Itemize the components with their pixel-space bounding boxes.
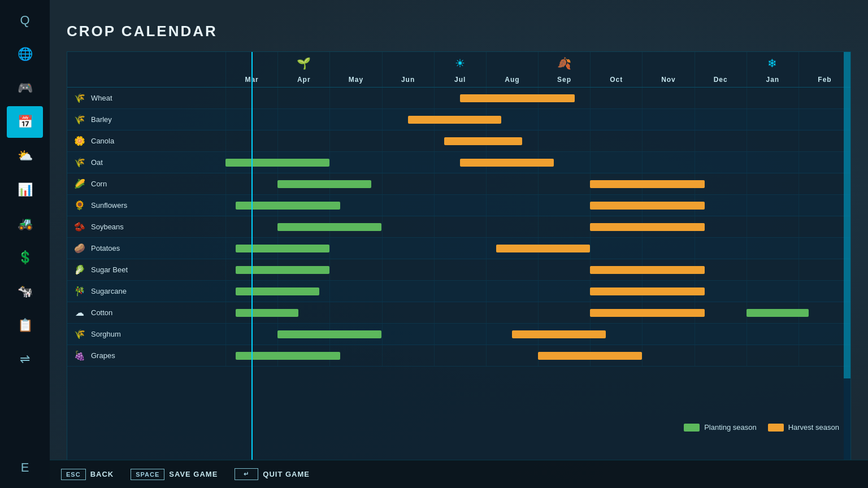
planting-bar-soybeans: [277, 223, 381, 231]
harvest-bar-potatoes: [496, 245, 590, 252]
month-col-Nov: Nov: [642, 52, 694, 87]
bars-layer: [225, 302, 850, 323]
scrollbar[interactable]: [844, 52, 850, 460]
bars-layer: [225, 195, 850, 216]
crop-grid-barley: [225, 109, 850, 130]
crop-grid-sugar beet: [225, 259, 850, 280]
crop-grid-sorghum: [225, 324, 850, 345]
table-row: 🍇Grapes: [67, 345, 850, 367]
crop-grid-soybeans: [225, 216, 850, 237]
harvest-bar-sugarcane: [590, 287, 705, 295]
harvest-bar-sugar beet: [590, 266, 705, 274]
table-row: 🌾Wheat: [67, 88, 850, 109]
crop-label-sunflowers: 🌻Sunflowers: [67, 195, 225, 216]
sidebar-item-stats[interactable]: 📊: [7, 174, 43, 206]
bottom-bar: ESCBACKSPACESAVE GAME↵QUIT GAME: [50, 460, 868, 488]
table-row: 🥔Potatoes: [67, 238, 850, 259]
scroll-thumb[interactable]: [844, 52, 850, 378]
crop-label-sugarcane: 🎋Sugarcane: [67, 281, 225, 302]
crop-icon-sorghum: 🌾: [74, 329, 85, 339]
crop-label-sorghum: 🌾Sorghum: [67, 324, 225, 345]
table-row: 🥬Sugar Beet: [67, 259, 850, 281]
legend-planting-label: Planting season: [704, 423, 757, 432]
crop-icon-cotton: ☁: [74, 307, 85, 318]
harvest-bar-sunflowers: [590, 202, 705, 210]
crop-icon-sunflowers: 🌻: [74, 200, 85, 211]
crop-grid-potatoes: [225, 238, 850, 259]
bars-layer: [225, 281, 850, 302]
sidebar-item-money[interactable]: 💲: [7, 242, 43, 273]
sidebar-item-tasks[interactable]: 📋: [7, 310, 43, 341]
crop-label-oat: 🌾Oat: [67, 152, 225, 173]
sidebar-item-calendar[interactable]: 📅: [7, 106, 43, 138]
bars-layer: [225, 216, 850, 237]
harvest-bar-corn: [590, 180, 705, 188]
bars-layer: [225, 324, 850, 345]
legend: Planting season Harvest season: [684, 423, 839, 432]
bars-layer: [225, 130, 850, 151]
crop-name-sugarcane: Sugarcane: [91, 287, 127, 295]
crop-grid-sugarcane: [225, 281, 850, 302]
harvest-bar-wheat: [460, 94, 575, 102]
crop-icon-wheat: 🌾: [74, 93, 85, 103]
key-badge-1: SPACE: [131, 469, 164, 480]
harvest-bar-soybeans: [590, 223, 705, 231]
crop-icon-canola: 🌼: [74, 136, 85, 146]
crop-name-corn: Corn: [91, 180, 107, 188]
table-row: 🌾Oat: [67, 152, 850, 173]
crop-grid-cotton: [225, 302, 850, 323]
sidebar-item-weather[interactable]: ⛅: [7, 140, 43, 172]
key-label-1: SAVE GAME: [169, 470, 218, 478]
key-action-quit-game[interactable]: ↵QUIT GAME: [235, 468, 310, 480]
table-row: 🌾Barley: [67, 109, 850, 130]
sidebar-item-steering[interactable]: 🎮: [7, 72, 43, 104]
planting-bar-potatoes: [236, 245, 329, 252]
table-row: ☁Cotton: [67, 302, 850, 324]
planting-bar-corn: [277, 180, 371, 188]
month-col-Jun: Jun: [382, 52, 434, 87]
month-col-Feb: Feb: [798, 52, 850, 87]
legend-planting: Planting season: [684, 423, 757, 432]
crop-label-sugar-beet: 🥬Sugar Beet: [67, 259, 225, 280]
sidebar-item-globe[interactable]: 🌐: [7, 38, 43, 70]
bars-layer: [225, 259, 850, 280]
crop-label-barley: 🌾Barley: [67, 109, 225, 130]
planting-bar-cotton: [236, 309, 298, 317]
calendar-header: 🌱☀🍂❄MarAprMayJunJulAugSepOctNovDecJanFeb: [67, 52, 850, 88]
harvest-bar-canola: [444, 137, 522, 145]
sidebar-item-animals[interactable]: 🐄: [7, 276, 43, 307]
crop-name-barley: Barley: [91, 115, 112, 124]
crop-rows: 🌾Wheat🌾Barley🌼Canola🌾Oat🌽Corn🌻Sunflowers…: [67, 88, 850, 367]
harvest-bar-cotton: [590, 309, 705, 317]
crop-name-canola: Canola: [91, 137, 114, 145]
month-col-Jan: Jan: [747, 52, 798, 87]
key-action-back[interactable]: ESCBACK: [61, 469, 114, 480]
month-col-Sep: Sep: [538, 52, 590, 87]
key-badge-0: ESC: [61, 469, 86, 480]
sidebar-item-e-key[interactable]: E: [7, 452, 43, 483]
crop-icon-potatoes: 🥔: [74, 243, 85, 254]
legend-harvest-color: [768, 424, 784, 432]
legend-harvest: Harvest season: [768, 423, 839, 432]
planting-bar-grapes: [236, 352, 340, 360]
crop-icon-grapes: 🍇: [74, 350, 85, 361]
month-col-Mar: Mar: [225, 52, 277, 87]
crop-label-cotton: ☁Cotton: [67, 302, 225, 323]
month-col-Apr: Apr: [277, 52, 329, 87]
bars-layer: [225, 238, 850, 259]
months-header: 🌱☀🍂❄MarAprMayJunJulAugSepOctNovDecJanFeb: [225, 52, 850, 87]
crop-grid-oat: [225, 152, 850, 173]
table-row: 🌾Sorghum: [67, 324, 850, 345]
sidebar-item-q-key[interactable]: Q: [7, 5, 43, 36]
crop-label-canola: 🌼Canola: [67, 130, 225, 151]
crop-icon-corn: 🌽: [74, 178, 85, 189]
planting-bar-sunflowers: [236, 202, 340, 210]
key-action-save-game[interactable]: SPACESAVE GAME: [131, 469, 218, 480]
sidebar: Q🌐🎮📅⛅📊🚜💲🐄📋⇌E: [0, 0, 50, 488]
sidebar-item-tractor[interactable]: 🚜: [7, 208, 43, 239]
bars-layer: [225, 152, 850, 173]
crop-label-header: [67, 52, 225, 87]
key-label-0: BACK: [90, 470, 114, 478]
month-col-Dec: Dec: [695, 52, 747, 87]
sidebar-item-network[interactable]: ⇌: [7, 343, 43, 375]
